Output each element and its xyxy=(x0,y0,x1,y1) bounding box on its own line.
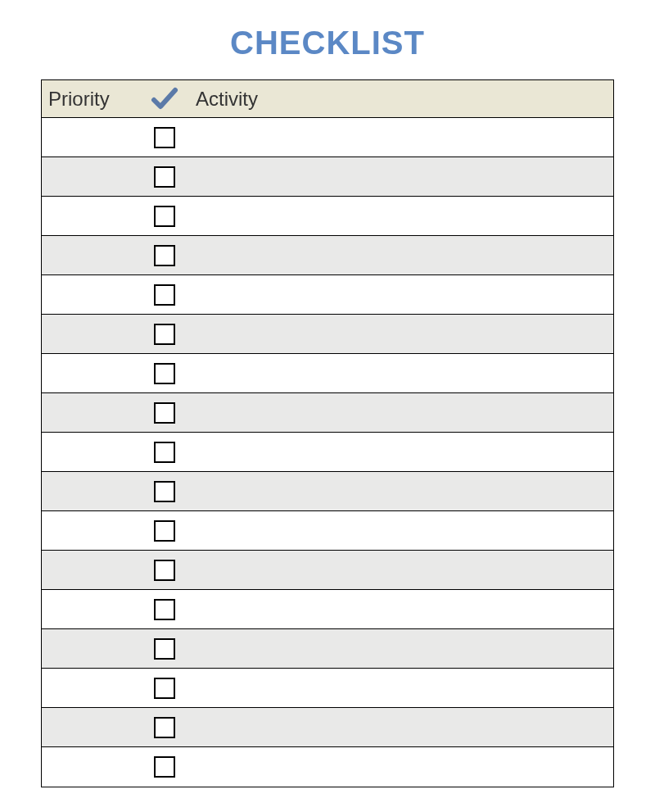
checkbox[interactable] xyxy=(154,756,175,778)
check-cell xyxy=(140,520,189,542)
check-cell xyxy=(140,717,189,738)
table-row xyxy=(42,590,613,629)
checkbox[interactable] xyxy=(154,284,175,306)
check-cell xyxy=(140,599,189,620)
checkbox[interactable] xyxy=(154,206,175,227)
checkbox[interactable] xyxy=(154,245,175,266)
column-header-priority: Priority xyxy=(42,88,140,111)
check-cell xyxy=(140,442,189,463)
check-cell xyxy=(140,127,189,148)
page-title: CHECKLIST xyxy=(41,25,614,61)
table-row xyxy=(42,708,613,747)
table-row xyxy=(42,551,613,590)
check-cell xyxy=(140,402,189,424)
check-cell xyxy=(140,638,189,660)
table-header-row: Priority Activity xyxy=(42,80,613,118)
check-cell xyxy=(140,481,189,502)
checkbox[interactable] xyxy=(154,678,175,699)
checkbox[interactable] xyxy=(154,363,175,384)
table-row xyxy=(42,511,613,551)
check-cell xyxy=(140,678,189,699)
table-row xyxy=(42,629,613,669)
table-row xyxy=(42,472,613,511)
check-cell xyxy=(140,245,189,266)
checkmark-icon xyxy=(151,85,178,113)
checkbox[interactable] xyxy=(154,442,175,463)
check-cell xyxy=(140,756,189,778)
check-cell xyxy=(140,284,189,306)
checkbox[interactable] xyxy=(154,599,175,620)
table-row xyxy=(42,433,613,472)
check-cell xyxy=(140,324,189,345)
table-row xyxy=(42,393,613,433)
table-row xyxy=(42,747,613,787)
table-row xyxy=(42,669,613,708)
checkbox[interactable] xyxy=(154,166,175,188)
check-cell xyxy=(140,560,189,581)
checkbox[interactable] xyxy=(154,324,175,345)
table-row xyxy=(42,236,613,275)
check-cell xyxy=(140,166,189,188)
column-header-activity: Activity xyxy=(189,88,613,111)
checklist-table: Priority Activity xyxy=(41,79,614,787)
table-row xyxy=(42,157,613,197)
checkbox[interactable] xyxy=(154,127,175,148)
checkbox[interactable] xyxy=(154,560,175,581)
checkbox[interactable] xyxy=(154,717,175,738)
table-row xyxy=(42,275,613,315)
table-row xyxy=(42,118,613,157)
checkbox[interactable] xyxy=(154,402,175,424)
check-cell xyxy=(140,363,189,384)
checkbox[interactable] xyxy=(154,520,175,542)
table-row xyxy=(42,197,613,236)
column-header-check xyxy=(140,85,189,113)
table-row xyxy=(42,354,613,393)
table-row xyxy=(42,315,613,354)
check-cell xyxy=(140,206,189,227)
checkbox[interactable] xyxy=(154,638,175,660)
checkbox[interactable] xyxy=(154,481,175,502)
